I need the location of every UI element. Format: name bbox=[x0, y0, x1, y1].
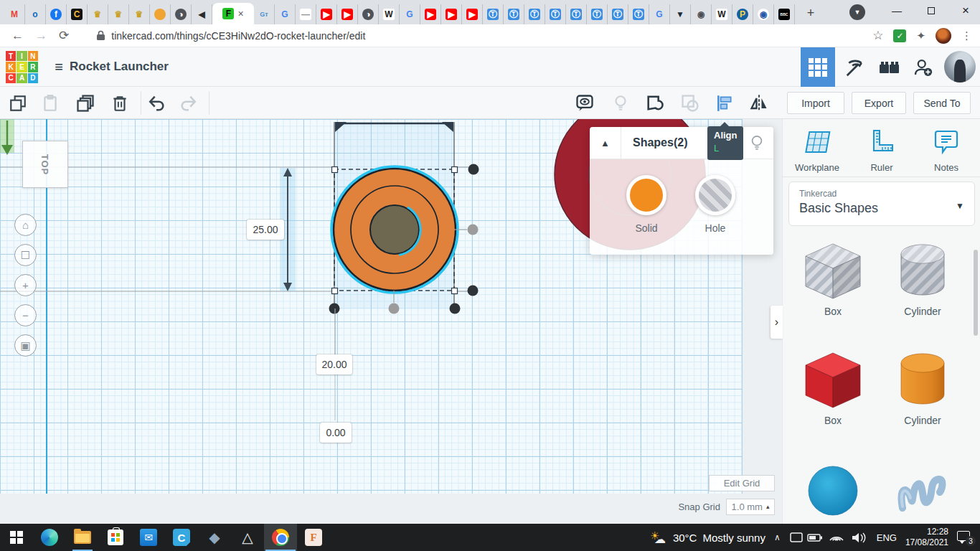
edit-grid-button[interactable]: Edit Grid bbox=[709, 475, 775, 491]
reload-button[interactable]: ⟳ bbox=[59, 28, 69, 43]
extension-check-icon[interactable]: ✓ bbox=[893, 29, 906, 42]
perspective-toggle-button[interactable]: ▣ bbox=[14, 334, 37, 357]
delete-button[interactable] bbox=[109, 93, 131, 114]
browser-tab-google[interactable]: G bbox=[400, 4, 420, 24]
duplicate-button[interactable] bbox=[75, 93, 96, 114]
browser-tab-gmail[interactable]: M bbox=[4, 4, 25, 24]
notes-tool[interactable]: Notes bbox=[918, 129, 975, 173]
minecraft-export-button[interactable] bbox=[838, 47, 872, 87]
browser-tab-tinkercad[interactable]: Ⓣ bbox=[587, 4, 608, 24]
browser-tab-builder-site[interactable] bbox=[150, 4, 171, 24]
browser-profile-avatar[interactable] bbox=[936, 28, 951, 44]
ungroup-button[interactable] bbox=[679, 93, 701, 114]
browser-tab-tinkercad[interactable]: Ⓣ bbox=[566, 4, 587, 24]
back-button[interactable]: ← bbox=[11, 29, 24, 43]
popup-lightbulb-icon[interactable] bbox=[749, 134, 765, 151]
browser-tab-triangle-site[interactable]: ▼ bbox=[670, 4, 691, 24]
taskbar-autodesk-app[interactable]: △ bbox=[231, 524, 264, 551]
browser-tab-commodore[interactable]: C bbox=[67, 4, 88, 24]
paste-button[interactable] bbox=[39, 93, 61, 114]
taskbar-prusaslicer[interactable]: ◆ bbox=[198, 524, 231, 551]
tab-close-button[interactable]: × bbox=[237, 8, 243, 19]
browser-tab-gt-site[interactable]: Gт bbox=[254, 4, 275, 24]
group-button[interactable] bbox=[644, 93, 666, 114]
taskbar-store[interactable] bbox=[99, 524, 132, 551]
hole-cylinder-shape[interactable] bbox=[370, 204, 420, 255]
tinkercad-logo[interactable]: TINKERCAD bbox=[6, 51, 38, 83]
popup-collapse-button[interactable]: ▲ bbox=[590, 127, 621, 159]
panel-collapse-button[interactable]: › bbox=[771, 306, 783, 339]
send-to-button[interactable]: Send To bbox=[913, 92, 971, 114]
dashboard-button[interactable] bbox=[801, 47, 835, 87]
browser-menu-icon[interactable]: ⋮ bbox=[961, 29, 973, 42]
taskbar-weather[interactable]: ☀☁ 30°C Mostly sunny bbox=[650, 529, 765, 545]
taskbar-cura[interactable]: C bbox=[165, 524, 198, 551]
taskbar-file-explorer[interactable] bbox=[66, 524, 99, 551]
browser-tab-tinkercad[interactable]: Ⓣ bbox=[483, 4, 504, 24]
browser-tab-youtube[interactable]: ▶ bbox=[337, 4, 358, 24]
browser-tab-wikipedia[interactable]: W bbox=[379, 4, 400, 24]
bookmark-star-icon[interactable]: ☆ bbox=[872, 28, 883, 43]
browser-tab-wikipedia[interactable]: W bbox=[712, 4, 732, 24]
copy-button[interactable] bbox=[7, 93, 29, 114]
browser-tab-p21-site[interactable]: P bbox=[732, 4, 753, 24]
shape-hole-cylinder-item[interactable]: Cylinder bbox=[883, 241, 962, 317]
ruler-tool[interactable]: Ruler bbox=[853, 129, 910, 173]
taskbar-mail[interactable]: ✉ bbox=[132, 524, 165, 551]
taskbar-edge[interactable] bbox=[33, 524, 66, 551]
window-close-button[interactable]: × bbox=[951, 0, 980, 22]
shape-red-box-item[interactable]: Box bbox=[793, 350, 872, 426]
browser-tab-facebook[interactable]: f bbox=[46, 4, 67, 24]
design-title[interactable]: Rocket Launcher bbox=[70, 60, 169, 74]
browser-tab-youtube[interactable]: ▶ bbox=[420, 4, 441, 24]
workplane-tool[interactable]: Workplane bbox=[788, 129, 846, 173]
window-minimize-button[interactable]: — bbox=[882, 0, 911, 22]
browser-tab-bbc[interactable]: BBC bbox=[774, 4, 795, 24]
language-indicator[interactable]: ENG bbox=[877, 532, 897, 543]
invite-collaborator-button[interactable] bbox=[905, 47, 940, 87]
browser-tab-eye-site[interactable]: ◉ bbox=[753, 4, 774, 24]
undo-button[interactable] bbox=[146, 93, 167, 114]
browser-tab-youtube[interactable]: ▶ bbox=[316, 4, 337, 24]
browser-tab-crown-site[interactable]: ♛ bbox=[88, 4, 108, 24]
show-all-button[interactable] bbox=[574, 93, 595, 114]
solid-material-swatch[interactable] bbox=[626, 175, 666, 215]
mirror-button[interactable] bbox=[748, 93, 770, 114]
notification-center-button[interactable]: 3 bbox=[957, 530, 974, 545]
home-view-button[interactable]: ⌂ bbox=[14, 214, 37, 236]
import-button[interactable]: Import bbox=[787, 92, 844, 114]
snap-grid-select[interactable]: 1.0 mm ▴ bbox=[726, 499, 775, 515]
browser-tab-spiral-site[interactable]: ◉ bbox=[691, 4, 712, 24]
new-tab-button[interactable]: + bbox=[801, 3, 821, 23]
window-maximize-button[interactable] bbox=[917, 0, 946, 22]
browser-tab-speaker-site[interactable]: ◀ bbox=[192, 4, 212, 24]
shape-hole-box-item[interactable]: Box bbox=[793, 241, 872, 317]
browser-tab-globe-site[interactable]: ◑ bbox=[171, 4, 192, 24]
height-dimension-value[interactable]: 25.00 bbox=[247, 220, 284, 240]
redo-button[interactable] bbox=[178, 93, 199, 114]
hole-material-swatch[interactable] bbox=[695, 175, 735, 215]
shape-scribble-item[interactable] bbox=[883, 459, 962, 521]
taskbar-clock[interactable]: 12:28 17/08/2021 bbox=[905, 527, 948, 548]
url-omnibox[interactable]: tinkercad.com/things/cCE3HiNw2dO-rocket-… bbox=[80, 27, 872, 45]
align-button[interactable] bbox=[714, 93, 735, 114]
taskbar-fusion360[interactable]: F bbox=[297, 524, 330, 551]
lights-button[interactable] bbox=[610, 93, 631, 114]
zoom-in-button[interactable]: + bbox=[14, 274, 37, 296]
browser-tab-tinkercad-active[interactable]: F× bbox=[212, 3, 254, 24]
tab-search-button[interactable]: ▼ bbox=[849, 4, 865, 20]
browser-tab-dash-site[interactable]: — bbox=[296, 4, 316, 24]
shape-orange-cylinder-item[interactable]: Cylinder bbox=[883, 350, 962, 426]
taskbar-start[interactable] bbox=[0, 524, 33, 551]
export-button[interactable]: Export bbox=[852, 92, 906, 114]
browser-tab-crown-site[interactable]: ♛ bbox=[108, 4, 129, 24]
tray-expand-icon[interactable]: ∧ bbox=[774, 532, 781, 542]
browser-tab-youtube[interactable]: ▶ bbox=[441, 4, 462, 24]
z-bottom-dimension-value[interactable]: 0.00 bbox=[320, 423, 352, 443]
zoom-out-button[interactable]: − bbox=[14, 304, 37, 326]
panel-scrollbar[interactable] bbox=[974, 250, 978, 336]
browser-tab-outlook[interactable]: o bbox=[25, 4, 46, 24]
tray-system-icons[interactable] bbox=[789, 530, 868, 545]
z-top-dimension-value[interactable]: 20.00 bbox=[316, 354, 352, 375]
taskbar-chrome[interactable] bbox=[264, 524, 297, 551]
